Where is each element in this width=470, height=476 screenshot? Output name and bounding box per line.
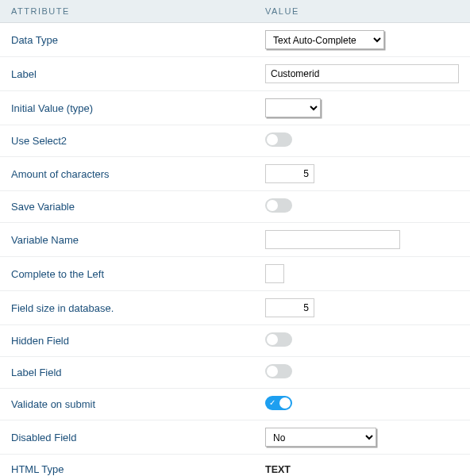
row-save-variable: Save Variable	[0, 191, 470, 223]
row-field-size: Field size in database.	[0, 291, 470, 325]
header-value: VALUE	[265, 6, 459, 16]
input-label[interactable]	[265, 64, 459, 83]
label-disabled-field: Disabled Field	[11, 432, 265, 443]
check-icon: ✓	[269, 398, 275, 408]
value-html-type: TEXT	[265, 464, 291, 475]
select-disabled-field[interactable]: No	[265, 428, 376, 447]
input-complete-left[interactable]	[265, 264, 284, 283]
label-html-type: HTML Type	[11, 463, 265, 475]
row-validate-submit: Validate on submit ✓	[0, 389, 470, 420]
label-validate-submit: Validate on submit	[11, 398, 265, 410]
label-data-type: Data Type	[11, 34, 265, 46]
row-initial-value: Initial Value (type)	[0, 91, 470, 125]
label-label: Label	[11, 68, 265, 80]
table-header: ATTRIBUTE VALUE	[0, 0, 470, 23]
row-data-type: Data Type Text Auto-Complete	[0, 23, 470, 57]
toggle-use-select2[interactable]	[265, 132, 292, 147]
row-amount-chars: Amount of characters	[0, 157, 470, 191]
select-initial-value[interactable]	[265, 98, 321, 117]
select-data-type[interactable]: Text Auto-Complete	[265, 30, 384, 49]
label-use-select2: Use Select2	[11, 135, 265, 147]
label-initial-value: Initial Value (type)	[11, 102, 265, 114]
toggle-save-variable[interactable]	[265, 198, 292, 213]
input-amount-chars[interactable]	[265, 164, 314, 183]
label-hidden-field: Hidden Field	[11, 335, 265, 347]
label-complete-left: Complete to the Left	[11, 268, 265, 280]
row-use-select2: Use Select2	[0, 125, 470, 157]
row-disabled-field: Disabled Field No	[0, 420, 470, 455]
label-variable-name: Variable Name	[11, 234, 265, 246]
label-save-variable: Save Variable	[11, 201, 265, 213]
row-complete-left: Complete to the Left	[0, 257, 470, 291]
toggle-label-field[interactable]	[265, 364, 292, 378]
row-label: Label	[0, 57, 470, 91]
toggle-validate-submit[interactable]: ✓	[265, 396, 292, 410]
label-amount-chars: Amount of characters	[11, 168, 265, 180]
row-html-type: HTML Type TEXT	[0, 455, 470, 476]
label-label-field: Label Field	[11, 367, 265, 378]
toggle-hidden-field[interactable]	[265, 332, 292, 347]
row-hidden-field: Hidden Field	[0, 325, 470, 357]
row-variable-name: Variable Name	[0, 223, 470, 257]
header-attribute: ATTRIBUTE	[11, 6, 265, 16]
label-field-size: Field size in database.	[11, 302, 265, 314]
input-variable-name[interactable]	[265, 230, 400, 249]
input-field-size[interactable]	[265, 298, 314, 317]
row-label-field: Label Field	[0, 357, 470, 389]
